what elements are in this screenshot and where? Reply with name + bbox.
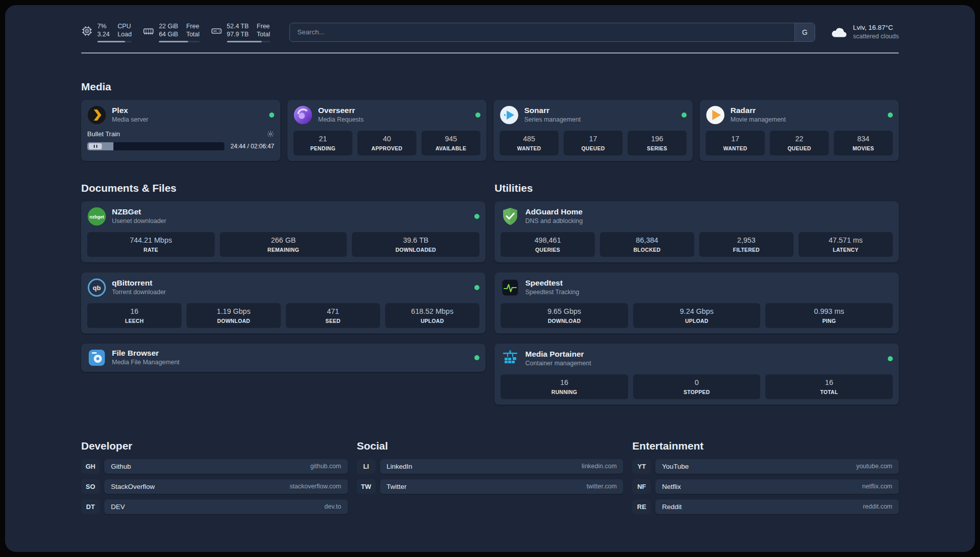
bookmark-domain: youtube.com [856, 463, 892, 470]
stat-blocked: 86,384 BLOCKED [600, 232, 694, 257]
weather-widget: Lviv, 16.87°C scattered clouds [830, 23, 899, 41]
sonarr-icon [500, 105, 519, 125]
playback-time: 24:44 / 02:06:47 [230, 143, 274, 150]
bookmark-dev[interactable]: DT DEV dev.to [81, 499, 348, 514]
cpu-progress [97, 41, 132, 42]
service-card-sonarr[interactable]: Sonarr Series management 485 WANTED 17 Q… [494, 100, 693, 161]
cpu-label: CPU [117, 22, 132, 30]
service-card-plex[interactable]: Plex Media server Bullet Train [81, 100, 280, 161]
service-card-filebrowser[interactable]: File Browser Media File Management [81, 344, 485, 372]
weather-location: Lviv, 16.87°C [853, 23, 899, 32]
service-card-adguard[interactable]: AdGuard Home DNS and adblocking 498,461 … [495, 201, 899, 262]
bookmark-youtube[interactable]: YT YouTube youtube.com [632, 459, 899, 474]
portainer-icon [501, 349, 520, 368]
bookmark-group-social: Social LI LinkedIn linkedin.com TW Twitt… [357, 440, 624, 514]
bookmark-abbr: YT [632, 459, 651, 474]
service-name: AdGuard Home [525, 207, 583, 217]
memory-total-value: 64 GiB [159, 30, 178, 38]
section-title-utilities: Utilities [495, 182, 899, 194]
topbar-divider [81, 52, 899, 53]
service-name: Sonarr [524, 105, 581, 116]
status-dot [474, 214, 479, 219]
service-name: Plex [112, 105, 148, 116]
bookmark-domain: dev.to [325, 503, 341, 510]
top-bar: 7% 3.24 CPU Load [81, 22, 899, 42]
disk-widget: 52.4 TB 97.9 TB Free Total [211, 22, 270, 42]
service-name: File Browser [112, 348, 179, 358]
adguard-icon [501, 207, 520, 226]
status-dot [888, 356, 893, 361]
plex-icon [87, 105, 106, 125]
bookmark-domain: reddit.com [863, 503, 892, 510]
bookmark-domain: linkedin.com [582, 463, 617, 470]
disk-total-value: 97.9 TB [227, 30, 249, 38]
stat-running: 16 RUNNING [501, 374, 628, 399]
cpu-load-value: 3.24 [97, 30, 109, 38]
service-card-speedtest[interactable]: Speedtest Speedtest Tracking 9.65 Gbps D… [495, 272, 899, 333]
memory-total-label: Total [186, 30, 199, 38]
bookmark-abbr: TW [357, 479, 376, 494]
service-desc: Media File Management [112, 358, 179, 366]
service-desc: Media Requests [318, 116, 363, 124]
search-input[interactable] [290, 23, 794, 41]
dashboard: 7% 3.24 CPU Load [5, 5, 975, 552]
memory-free-value: 22 GiB [159, 22, 178, 30]
svg-text:qb: qb [93, 284, 101, 292]
service-card-overseerr[interactable]: Overseerr Media Requests 21 PENDING 40 A… [287, 100, 486, 161]
stat-queued: 17 QUEUED [564, 131, 623, 155]
stat-download: 1.19 Gbps DOWNLOAD [187, 303, 281, 328]
stat-ping: 0.993 ms PING [765, 303, 893, 328]
service-card-nzbget[interactable]: nzbget NZBGet Usenet downloader 74 [81, 201, 485, 262]
disk-icon [211, 25, 222, 37]
pause-button[interactable] [89, 143, 102, 149]
stat-remaining: 266 GB REMAINING [220, 232, 347, 257]
bookmark-stackoverflow[interactable]: SO StackOverflow stackoverflow.com [81, 479, 348, 494]
service-card-radarr[interactable]: Radarr Movie management 17 WANTED 22 QUE… [700, 100, 899, 161]
stat-series: 196 SERIES [628, 131, 687, 155]
bookmark-linkedin[interactable]: LI LinkedIn linkedin.com [357, 459, 624, 474]
memory-progress [159, 41, 200, 42]
bookmark-abbr: NF [632, 479, 651, 494]
stat-movies: 834 MOVIES [834, 131, 893, 155]
stat-leech: 16 LEECH [87, 303, 181, 328]
bookmark-name: LinkedIn [387, 463, 412, 470]
bookmark-group-developer: Developer GH Github github.com SO StackO… [81, 440, 348, 514]
bookmark-abbr: RE [632, 499, 651, 514]
gear-icon[interactable] [267, 130, 274, 138]
bookmark-domain: stackoverflow.com [290, 483, 341, 490]
service-card-portainer[interactable]: Media Portainer Container management 16 … [495, 344, 899, 405]
stat-stopped: 0 STOPPED [633, 374, 761, 399]
bookmark-github[interactable]: GH Github github.com [81, 459, 348, 474]
section-title-documents: Documents & Files [81, 182, 485, 194]
bookmark-twitter[interactable]: TW Twitter twitter.com [357, 479, 624, 494]
service-name: Speedtest [525, 278, 579, 288]
service-name: qBittorrent [112, 278, 166, 288]
bookmark-abbr: GH [81, 459, 100, 474]
stat-queries: 498,461 QUERIES [501, 232, 595, 257]
section-title-developer: Developer [81, 440, 348, 452]
section-title-media: Media [81, 81, 899, 93]
stat-wanted: 17 WANTED [706, 131, 765, 155]
cloud-icon [830, 26, 847, 39]
speedtest-icon [501, 278, 520, 297]
bookmark-name: Reddit [662, 503, 682, 511]
service-card-qbittorrent[interactable]: qb qBittorrent Torrent downloader [81, 272, 485, 333]
stat-queued: 22 QUEUED [770, 131, 829, 155]
overseerr-icon [293, 105, 313, 125]
service-name: NZBGet [112, 207, 166, 217]
service-name: Overseerr [318, 105, 363, 116]
bookmark-netflix[interactable]: NF Netflix netflix.com [632, 479, 899, 494]
status-dot [269, 113, 274, 118]
cpu-widget: 7% 3.24 CPU Load [81, 22, 132, 42]
stat-pending: 21 PENDING [293, 131, 352, 155]
service-desc: Movie management [730, 116, 786, 124]
stat-wanted: 485 WANTED [500, 131, 559, 155]
service-desc: Media server [112, 116, 148, 124]
now-playing-title: Bullet Train [87, 130, 120, 138]
search-provider-button[interactable]: G [794, 23, 815, 41]
bookmark-reddit[interactable]: RE Reddit reddit.com [632, 499, 899, 514]
cpu-percent: 7% [97, 22, 109, 30]
bookmark-abbr: SO [81, 479, 100, 494]
service-desc: Usenet downloader [112, 217, 166, 225]
service-desc: Series management [524, 116, 581, 124]
